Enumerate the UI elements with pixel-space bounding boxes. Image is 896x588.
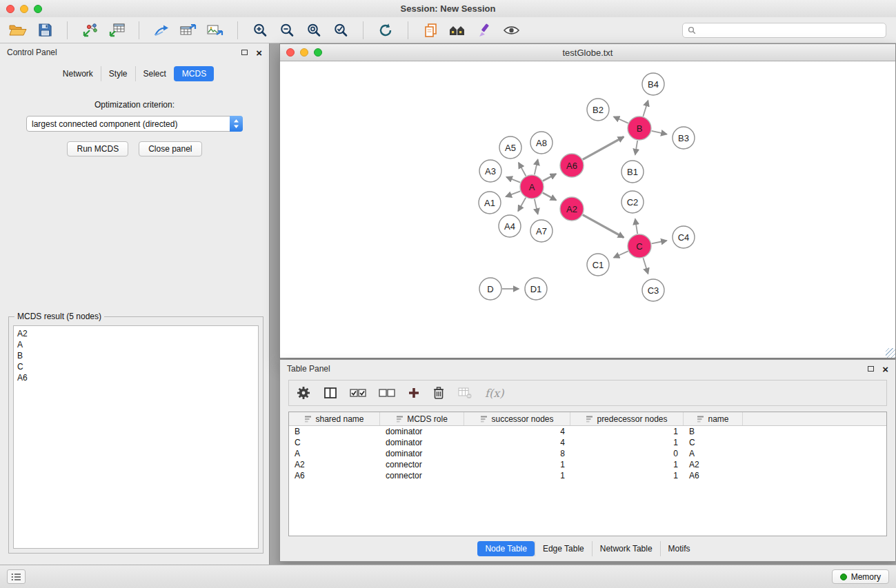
table-tab-node-table[interactable]: Node Table: [477, 541, 535, 556]
graph-edge-C-C1[interactable]: [614, 251, 628, 257]
mcds-result-item-a2[interactable]: A2: [17, 328, 255, 339]
graph-edge-B-B3[interactable]: [652, 131, 667, 134]
select-all-button[interactable]: [350, 388, 366, 398]
deselect-all-button[interactable]: [379, 388, 395, 398]
minimize-window-button[interactable]: [20, 5, 28, 13]
import-table-button[interactable]: [106, 20, 128, 41]
zoom-window-button[interactable]: [34, 5, 42, 13]
close-window-button[interactable]: [6, 5, 14, 13]
graph-edge-A-A3[interactable]: [506, 177, 520, 183]
graph-node-C2[interactable]: C2: [621, 191, 644, 213]
network-zoom-button[interactable]: [314, 48, 322, 57]
copy-document-button[interactable]: [419, 20, 441, 41]
mcds-result-list[interactable]: A2ABCA6: [13, 325, 259, 549]
import-network-button[interactable]: [79, 20, 101, 41]
table-row-a6[interactable]: A6connector11A6: [289, 470, 886, 481]
control-panel-tab-style[interactable]: Style: [101, 66, 135, 81]
toggle-column-panel-button[interactable]: [323, 387, 337, 399]
add-column-button[interactable]: [408, 387, 420, 399]
table-row-a[interactable]: Adominator80A: [289, 448, 886, 459]
table-tab-motifs[interactable]: Motifs: [660, 541, 698, 556]
network-window-titlebar[interactable]: testGlobe.txt: [280, 44, 895, 61]
graph-edge-A6-B[interactable]: [583, 137, 624, 160]
graph-node-A5[interactable]: A5: [499, 136, 521, 159]
table-row-c[interactable]: Cdominator41C: [289, 437, 886, 448]
run-mcds-button[interactable]: Run MCDS: [67, 141, 128, 156]
zoom-in-button[interactable]: [249, 20, 271, 41]
column-header-mcds-role[interactable]: MCDS role: [380, 412, 464, 425]
control-panel-tab-mcds[interactable]: MCDS: [174, 66, 214, 81]
graph-node-A3[interactable]: A3: [479, 160, 501, 182]
arrange-windows-button[interactable]: [446, 20, 468, 41]
graph-edge-A2-C[interactable]: [583, 215, 624, 238]
graph-node-D1[interactable]: D1: [525, 278, 547, 300]
table-panel-close-button[interactable]: ×: [882, 364, 888, 374]
table-tab-network-table[interactable]: Network Table: [592, 541, 660, 556]
column-header-shared-name[interactable]: shared name: [289, 412, 380, 425]
search-input[interactable]: [699, 26, 881, 35]
graph-node-A2[interactable]: A2: [560, 197, 584, 221]
zoom-selected-button[interactable]: [330, 20, 352, 41]
graph-node-A7[interactable]: A7: [530, 220, 552, 242]
graph-node-A6[interactable]: A6: [560, 154, 584, 177]
table-settings-button[interactable]: [296, 385, 311, 401]
mcds-result-item-a[interactable]: A: [17, 339, 255, 350]
network-canvas[interactable]: AA1A2A3A4A5A6A7A8BB1B2B3B4CC1C2C3C4DD1: [280, 61, 895, 358]
save-session-button[interactable]: [34, 20, 56, 41]
new-network-button[interactable]: [150, 20, 172, 41]
graph-edge-C-C3[interactable]: [643, 258, 648, 274]
delete-column-button[interactable]: [432, 386, 445, 400]
table-panel-float-button[interactable]: [868, 366, 874, 372]
graph-node-A8[interactable]: A8: [530, 132, 552, 154]
graph-node-B4[interactable]: B4: [642, 73, 664, 95]
graph-edge-B-B2[interactable]: [614, 116, 628, 123]
control-panel-close-button[interactable]: ×: [256, 48, 262, 58]
graph-node-A[interactable]: A: [520, 175, 544, 199]
graph-edge-A-A4[interactable]: [518, 198, 526, 212]
column-header-name[interactable]: name: [684, 412, 743, 425]
graph-node-C1[interactable]: C1: [587, 254, 609, 276]
mcds-result-item-c[interactable]: C: [17, 361, 255, 372]
graph-node-C[interactable]: C: [628, 234, 651, 258]
zoom-out-button[interactable]: [276, 20, 298, 41]
graph-edge-C-C2[interactable]: [635, 219, 637, 234]
network-close-button[interactable]: [286, 48, 295, 57]
network-graph[interactable]: AA1A2A3A4A5A6A7A8BB1B2B3B4CC1C2C3C4DD1: [280, 61, 895, 358]
apply-function-button[interactable]: f(x): [485, 387, 504, 400]
open-session-button[interactable]: [7, 20, 29, 41]
graph-edge-A-A5[interactable]: [519, 163, 526, 176]
graph-node-B1[interactable]: B1: [621, 161, 644, 183]
control-panel-tab-select[interactable]: Select: [135, 66, 174, 81]
search-field[interactable]: [682, 23, 886, 38]
graph-node-C3[interactable]: C3: [642, 279, 664, 301]
task-history-button[interactable]: [7, 569, 26, 584]
graph-node-B[interactable]: B: [628, 116, 651, 140]
graph-edge-B-B4[interactable]: [643, 101, 648, 116]
control-panel-tab-network[interactable]: Network: [55, 66, 101, 81]
network-minimize-button[interactable]: [300, 48, 308, 57]
graph-node-B2[interactable]: B2: [587, 99, 609, 121]
mcds-result-item-a6[interactable]: A6: [17, 372, 255, 383]
control-panel-header[interactable]: Control Panel ×: [0, 43, 269, 61]
table-panel-header[interactable]: Table Panel ×: [280, 360, 895, 378]
graph-edge-B-B1[interactable]: [635, 141, 637, 155]
zoom-fit-button[interactable]: [303, 20, 325, 41]
graph-edge-A-A7[interactable]: [535, 199, 538, 214]
close-panel-button[interactable]: Close panel: [139, 141, 201, 156]
resize-grip[interactable]: [886, 348, 895, 358]
graph-node-A1[interactable]: A1: [479, 192, 501, 214]
toggle-visibility-button[interactable]: [500, 20, 522, 41]
graph-edge-C-C4[interactable]: [652, 241, 667, 243]
control-panel-float-button[interactable]: [241, 50, 248, 55]
table-row-b[interactable]: Bdominator41B: [289, 426, 886, 437]
memory-button[interactable]: Memory: [832, 569, 889, 584]
graph-node-C4[interactable]: C4: [673, 226, 695, 248]
graph-node-A4[interactable]: A4: [499, 215, 521, 237]
export-image-button[interactable]: [204, 20, 226, 41]
graph-edge-A-A1[interactable]: [506, 191, 520, 196]
graph-node-D[interactable]: D: [479, 278, 501, 300]
table-tab-edge-table[interactable]: Edge Table: [535, 541, 592, 556]
column-header-successor-nodes[interactable]: successor nodes: [464, 412, 570, 425]
mcds-result-item-b[interactable]: B: [17, 350, 255, 361]
style-brush-button[interactable]: [473, 20, 495, 41]
